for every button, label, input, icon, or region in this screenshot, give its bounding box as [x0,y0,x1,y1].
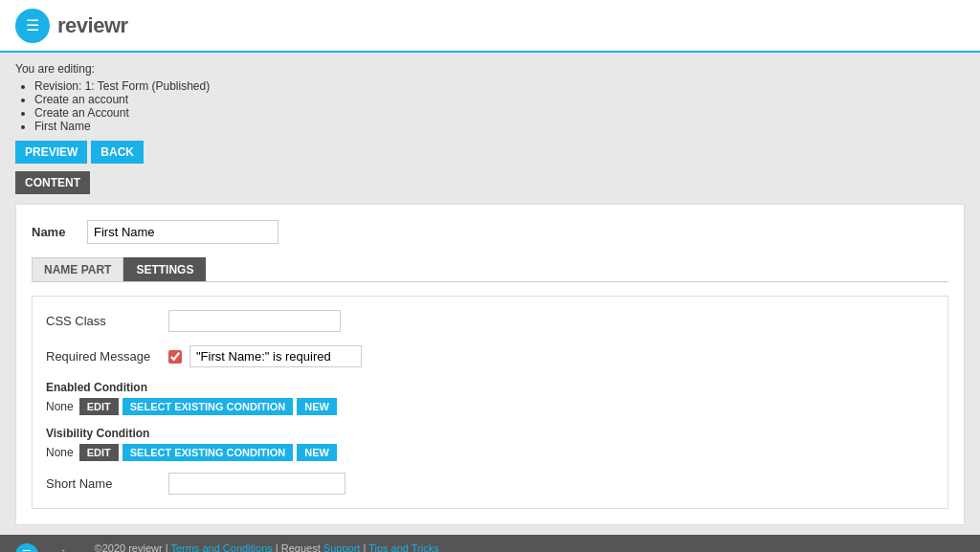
name-field-row: Name [32,220,948,244]
visibility-condition-title: Visibility Condition [46,427,934,440]
tab-name-part[interactable]: NAME PART [32,257,123,281]
logo-text: reviewr [57,13,128,38]
breadcrumb-item-2: Create an Account [34,106,965,120]
required-message-label: Required Message [46,349,161,364]
footer: ☰ reviewr ©2020 reviewr | Terms and Cond… [0,535,980,552]
enabled-condition-row: None EDIT SELECT EXISTING CONDITION NEW [46,398,934,415]
main-content: You are editing: Revision: 1: Test Form … [0,53,980,535]
logo-icon: ☰ [15,9,50,43]
breadcrumb-item-1: Create an account [34,93,965,106]
footer-links: ©2020 reviewr | Terms and Conditions | R… [95,542,439,552]
short-name-row: Short Name [46,473,934,495]
editing-info: You are editing: Revision: 1: Test Form … [15,62,965,133]
breadcrumb-item-0: Revision: 1: Test Form (Published) [34,79,965,93]
css-class-row: CSS Class [46,310,934,332]
footer-logo: ☰ reviewr [15,543,87,553]
visibility-select-condition-button[interactable]: SELECT EXISTING CONDITION [122,444,294,461]
required-message-checkbox[interactable] [168,350,182,364]
enabled-none-label: None [46,400,74,413]
editing-label: You are editing: [15,62,95,76]
footer-request: Request [281,542,321,552]
css-class-label: CSS Class [46,314,161,328]
name-label: Name [32,225,79,239]
enabled-edit-button[interactable]: EDIT [79,398,119,415]
footer-logo-text: reviewr [43,547,87,552]
visibility-condition-row: None EDIT SELECT EXISTING CONDITION NEW [46,444,934,461]
name-input[interactable] [87,220,278,244]
required-message-row: Required Message [46,345,934,367]
visibility-new-button[interactable]: NEW [297,444,337,461]
logo-container: ☰ reviewr [15,9,128,43]
enabled-select-condition-button[interactable]: SELECT EXISTING CONDITION [122,398,294,415]
footer-pipe1: | [276,542,278,552]
visibility-edit-button[interactable]: EDIT [79,444,119,461]
footer-content: ©2020 reviewr | Terms and Conditions | R… [95,542,439,552]
enabled-new-button[interactable]: NEW [297,398,337,415]
content-button[interactable]: CONTENT [15,171,90,194]
footer-logo-icon: ☰ [15,543,38,553]
form-card: Name NAME PART SETTINGS CSS Class Requir… [15,204,965,525]
short-name-label: Short Name [46,476,161,491]
breadcrumb-list: Revision: 1: Test Form (Published) Creat… [15,79,965,133]
footer-copyright: ©2020 reviewr | [95,542,168,552]
css-class-input[interactable] [168,310,341,332]
action-buttons: PREVIEW BACK [15,141,965,164]
required-message-input[interactable] [189,345,362,367]
breadcrumb-item-3: First Name [34,120,965,133]
tips-link[interactable]: Tips and Tricks [368,542,439,552]
visibility-condition-section: Visibility Condition None EDIT SELECT EX… [46,427,934,461]
terms-link[interactable]: Terms and Conditions [170,542,272,552]
visibility-none-label: None [46,446,74,459]
tabs-row: NAME PART SETTINGS [32,257,948,282]
back-button[interactable]: BACK [91,141,144,164]
enabled-condition-section: Enabled Condition None EDIT SELECT EXIST… [46,381,934,415]
settings-panel: CSS Class Required Message Enabled Condi… [32,296,948,509]
tab-settings[interactable]: SETTINGS [123,257,206,281]
short-name-input[interactable] [168,473,345,495]
preview-button[interactable]: PREVIEW [15,141,87,164]
header: ☰ reviewr [0,0,980,53]
footer-pipe2: | [363,542,366,552]
enabled-condition-title: Enabled Condition [46,381,934,394]
support-link[interactable]: Support [323,542,361,552]
